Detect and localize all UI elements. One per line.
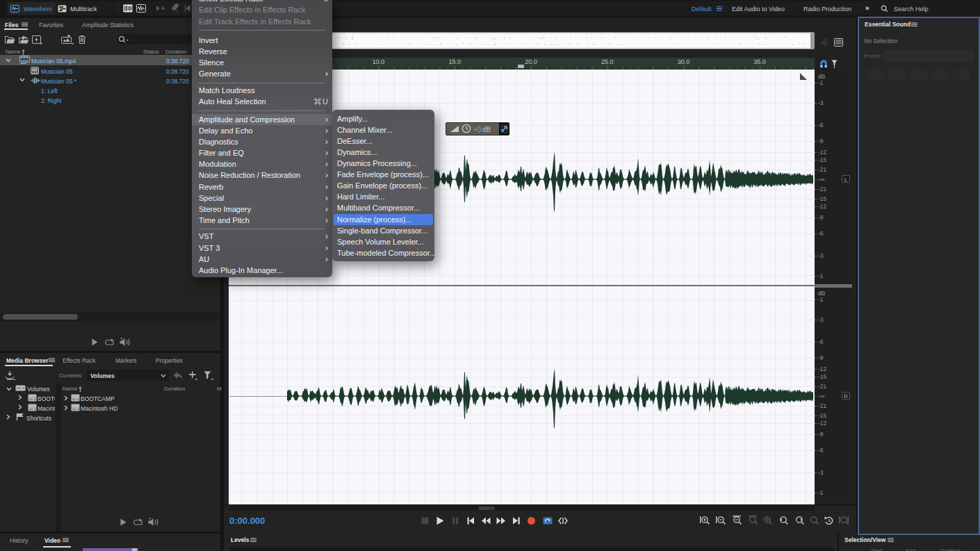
svg-text:-3: -3: [818, 469, 824, 476]
svg-text:-15: -15: [818, 195, 827, 202]
svg-text:-1: -1: [818, 272, 824, 279]
svg-text:-9: -9: [818, 354, 824, 361]
svg-text:-3: -3: [818, 99, 824, 106]
svg-text:-15: -15: [818, 412, 827, 419]
svg-text:-6: -6: [818, 338, 824, 345]
svg-text:-1: -1: [818, 79, 824, 86]
svg-text:-12: -12: [818, 365, 827, 372]
svg-text:35.0: 35.0: [753, 58, 766, 65]
svg-text:-9: -9: [818, 214, 824, 221]
svg-text:-21: -21: [818, 186, 827, 192]
svg-text:-3: -3: [818, 316, 824, 323]
svg-text:30.0: 30.0: [678, 58, 690, 65]
svg-text:-21: -21: [818, 166, 827, 173]
svg-text:-3: -3: [818, 252, 824, 259]
svg-text:R: R: [844, 393, 848, 400]
svg-text:-9: -9: [818, 431, 824, 438]
svg-text:10.0: 10.0: [373, 58, 385, 65]
svg-text:-∞: -∞: [818, 393, 825, 400]
svg-text:-12: -12: [818, 149, 827, 156]
svg-text:-∞: -∞: [818, 176, 825, 183]
svg-text:20.0: 20.0: [525, 58, 537, 65]
svg-text:-1: -1: [818, 489, 824, 496]
svg-text:-21: -21: [818, 383, 827, 390]
svg-text:15.0: 15.0: [449, 58, 462, 65]
svg-text:dB: dB: [818, 73, 826, 80]
svg-text:-12: -12: [818, 420, 827, 427]
svg-text:-21: -21: [818, 402, 827, 409]
svg-text:-12: -12: [818, 203, 827, 210]
svg-text:-6: -6: [818, 447, 824, 454]
svg-text:-9: -9: [818, 138, 824, 145]
svg-text:-15: -15: [818, 373, 827, 380]
svg-text:25.0: 25.0: [601, 58, 614, 65]
svg-text:-1: -1: [818, 296, 824, 303]
svg-text:dB: dB: [818, 290, 826, 297]
svg-text:-6: -6: [818, 122, 824, 129]
svg-text:L: L: [844, 176, 848, 183]
svg-text:-6: -6: [818, 230, 824, 237]
svg-text:-15: -15: [818, 156, 827, 163]
